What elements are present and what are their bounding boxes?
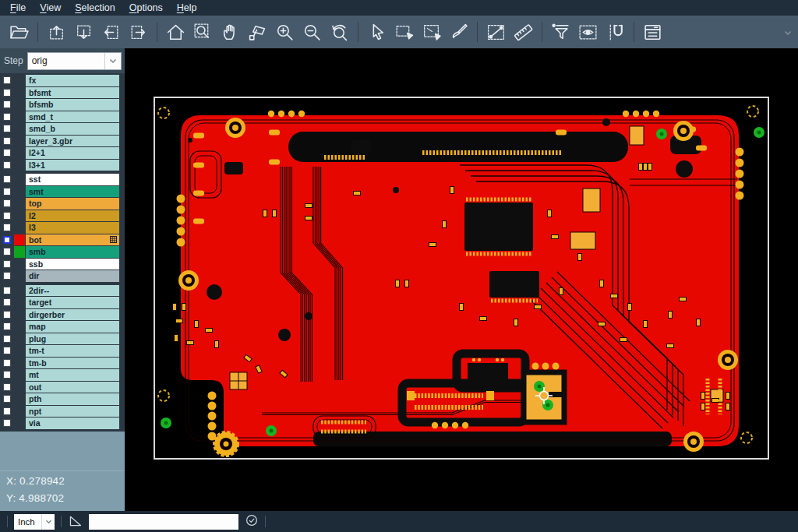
layer-row-bfsmb[interactable]: bfsmb [0, 99, 119, 111]
corner-measure-icon [68, 513, 83, 530]
toolbar-nudge-down-button[interactable] [70, 18, 97, 46]
toolbar-select-rect-button[interactable] [390, 18, 418, 46]
toolbar-nudge-right-button[interactable] [125, 18, 152, 46]
layer-checkbox-l3[interactable] [0, 222, 14, 234]
menu-item-view[interactable]: View [33, 0, 68, 16]
layer-row-tm-t[interactable]: tm-t [0, 345, 119, 357]
toolbar-view-box-button[interactable] [574, 18, 602, 46]
apply-button[interactable] [245, 513, 259, 530]
layer-checkbox-smb[interactable] [0, 246, 14, 258]
layer-row-l3+1[interactable]: l3+1 [0, 160, 119, 171]
layer-row-npt[interactable]: npt [0, 406, 119, 417]
layer-row-fx[interactable]: fx [0, 75, 119, 86]
layer-checkbox-layer_3.gbr[interactable] [0, 136, 14, 147]
layer-checkbox-via[interactable] [0, 417, 14, 429]
layer-checkbox-bfsmt[interactable] [0, 87, 14, 99]
toolbar-pan-hand-button[interactable] [217, 18, 244, 46]
layer-checkbox-tm-t[interactable] [0, 345, 14, 357]
toolbar-zoom-previous-button[interactable] [326, 18, 353, 46]
toolbar-home-view-button[interactable] [162, 18, 189, 46]
layer-row-mt[interactable]: mt [0, 369, 119, 381]
layer-checkbox-fx[interactable] [0, 75, 14, 86]
layer-row-l2+1[interactable]: l2+1 [0, 147, 119, 159]
layer-row-dirgerber[interactable]: dirgerber [0, 309, 119, 321]
layer-row-l3[interactable]: l3 [0, 222, 119, 234]
menu-item-options[interactable]: Options [122, 0, 170, 16]
layer-row-dir[interactable]: dir [0, 270, 119, 282]
toolbar-zoom-out-button[interactable] [298, 18, 326, 46]
menu-item-help[interactable]: Help [170, 0, 204, 16]
toolbar-zoom-in-button[interactable] [271, 18, 298, 46]
layer-row-out[interactable]: out [0, 382, 119, 393]
layer-row-bfsmt[interactable]: bfsmt [0, 87, 119, 99]
layer-checkbox-plug[interactable] [0, 333, 14, 345]
toolbar-layers-panel-button[interactable] [639, 18, 666, 46]
menu-item-selection[interactable]: Selection [68, 0, 122, 16]
unit-dropdown[interactable]: Inch [14, 514, 55, 530]
layer-checkbox-map[interactable] [0, 321, 14, 333]
layer-row-bot[interactable]: bot [0, 234, 119, 246]
layer-checkbox-npt[interactable] [0, 406, 14, 417]
layer-checkbox-bot[interactable] [0, 234, 14, 246]
toolbar-select-cursor-button[interactable] [363, 18, 390, 46]
toolbar-open-folder-button[interactable] [5, 18, 33, 46]
menu-item-file[interactable]: File [3, 0, 33, 16]
layer-checkbox-l3+1[interactable] [0, 160, 14, 171]
layer-row-2dir--[interactable]: 2dir-- [0, 285, 119, 297]
step-dropdown[interactable]: orig [27, 52, 122, 70]
layer-row-sst[interactable]: sst [0, 174, 119, 185]
layer-row-smt[interactable]: smt [0, 186, 119, 198]
layer-checkbox-dirgerber[interactable] [0, 309, 14, 321]
layer-row-layer_3.gbr[interactable]: layer_3.gbr [0, 136, 119, 147]
layer-row-ssb[interactable]: ssb [0, 259, 119, 270]
layer-checkbox-bfsmb[interactable] [0, 99, 14, 111]
toolbar-ruler-button[interactable] [510, 18, 537, 46]
layer-checkbox-l2[interactable] [0, 210, 14, 222]
layer-row-via[interactable]: via [0, 417, 119, 429]
layer-color-swatch [14, 75, 25, 86]
toolbar-select-region-button[interactable] [418, 18, 445, 46]
layer-label: smb [26, 246, 119, 258]
toolbar-nudge-left-button[interactable] [97, 18, 125, 46]
layer-row-l2[interactable]: l2 [0, 210, 119, 222]
layer-checkbox-dir[interactable] [0, 270, 14, 282]
layers-panel-icon [642, 22, 663, 43]
layer-label: l2+1 [26, 147, 119, 159]
layer-row-map[interactable]: map [0, 321, 119, 333]
layer-checkbox-top[interactable] [0, 198, 14, 210]
pcb-canvas[interactable] [125, 48, 798, 511]
layer-row-smb[interactable]: smb [0, 246, 119, 258]
toolbar-clean-brush-button[interactable] [445, 18, 472, 46]
layer-checkbox-tm-b[interactable] [0, 358, 14, 369]
toolbar-filter-button[interactable] [547, 18, 574, 46]
layer-row-top[interactable]: top [0, 198, 119, 210]
layer-row-plug[interactable]: plug [0, 333, 119, 345]
layer-label: l3+1 [26, 160, 119, 171]
layer-checkbox-smd_b[interactable] [0, 123, 14, 135]
layer-row-smd_t[interactable]: smd_t [0, 111, 119, 123]
toolbar-measure-line-button[interactable] [482, 18, 510, 46]
layer-checkbox-out[interactable] [0, 382, 14, 393]
layer-checkbox-2dir--[interactable] [0, 285, 14, 297]
layer-checkbox-l2+1[interactable] [0, 147, 14, 159]
layer-label: ssb [26, 259, 119, 270]
layer-checkbox-ssb[interactable] [0, 259, 14, 270]
toolbar-nudge-up-button[interactable] [43, 18, 70, 46]
toolbar-zoom-window-button[interactable] [189, 18, 217, 46]
toolbar-zoom-drag-button[interactable] [244, 18, 271, 46]
layer-checkbox-smd_t[interactable] [0, 111, 14, 123]
layer-row-smd_b[interactable]: smd_b [0, 123, 119, 135]
layer-checkbox-target[interactable] [0, 297, 14, 308]
command-input[interactable] [89, 514, 238, 530]
layer-row-tm-b[interactable]: tm-b [0, 358, 119, 369]
layer-row-pth[interactable]: pth [0, 393, 119, 405]
layer-checkbox-mt[interactable] [0, 369, 14, 381]
toolbar-snap-magnet-button[interactable] [602, 18, 629, 46]
layer-color-swatch [14, 99, 25, 111]
layer-row-target[interactable]: target [0, 297, 119, 308]
corner-measure-button[interactable] [68, 513, 83, 530]
layer-checkbox-sst[interactable] [0, 174, 14, 185]
toolbar-separator [157, 22, 157, 42]
layer-checkbox-smt[interactable] [0, 186, 14, 198]
layer-checkbox-pth[interactable] [0, 393, 14, 405]
